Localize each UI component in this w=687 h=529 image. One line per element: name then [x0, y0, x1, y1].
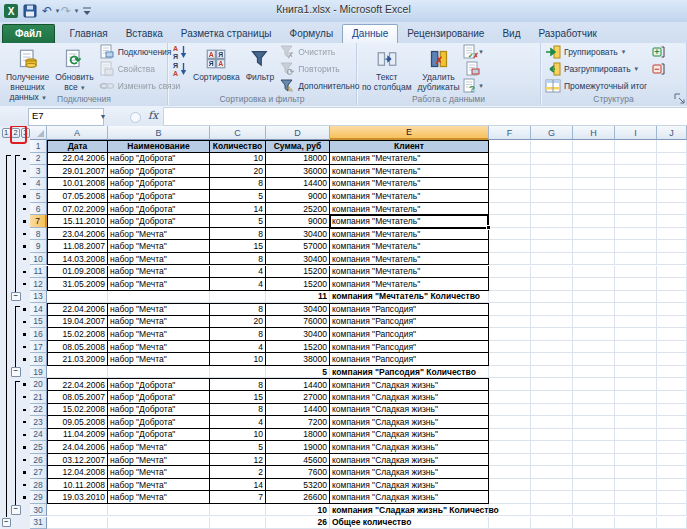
- cell-I23[interactable]: [615, 416, 657, 429]
- cell-D27[interactable]: 7600: [266, 466, 330, 479]
- cell-H25[interactable]: [573, 441, 615, 454]
- cell-A17[interactable]: 08.05.2008: [47, 341, 108, 354]
- cell-A6[interactable]: 07.02.2009: [47, 203, 108, 216]
- cell-I4[interactable]: [615, 178, 657, 191]
- cell-B5[interactable]: набор "Доброта": [108, 190, 210, 203]
- row-header-12[interactable]: 12: [30, 278, 47, 291]
- cell-B29[interactable]: набор "Мечта": [108, 491, 210, 504]
- cell-F11[interactable]: [489, 266, 531, 279]
- cell-G15[interactable]: [531, 316, 573, 329]
- cell-E31[interactable]: Общее количество: [330, 517, 489, 529]
- cell-D14[interactable]: 30400: [266, 303, 330, 316]
- cell-B9[interactable]: набор "Мечта": [108, 240, 210, 253]
- cell-H24[interactable]: [573, 429, 615, 442]
- ribbon-button-consolidate[interactable]: [463, 61, 483, 77]
- cell-E20[interactable]: компания "Сладкая жизнь": [330, 378, 489, 391]
- cell-J4[interactable]: [657, 178, 687, 191]
- cell-J13[interactable]: [657, 291, 687, 304]
- cell-A4[interactable]: 10.01.2008: [47, 178, 108, 191]
- row-header-5[interactable]: 5: [30, 190, 47, 203]
- cell-C5[interactable]: 5: [210, 190, 266, 203]
- ribbon-button-Обновить все[interactable]: ⟳Обновитьвсе ▾: [52, 44, 97, 95]
- row-header-23[interactable]: 23: [30, 416, 47, 429]
- cell-F31[interactable]: [489, 517, 531, 529]
- cell-A13[interactable]: [47, 291, 108, 304]
- cell-I24[interactable]: [615, 429, 657, 442]
- cell-I9[interactable]: [615, 240, 657, 253]
- ribbon-button-sort-ascending[interactable]: АЯ: [170, 44, 190, 60]
- cell-J24[interactable]: [657, 429, 687, 442]
- ribbon-button-Сортировка[interactable]: АЯЯАСортировка: [190, 44, 243, 85]
- cell-E24[interactable]: компания "Сладкая жизнь": [330, 429, 489, 442]
- cell-E13[interactable]: компания "Мечтатель" Количество: [330, 291, 489, 304]
- cell-J11[interactable]: [657, 266, 687, 279]
- cell-G4[interactable]: [531, 178, 573, 191]
- tab-Разработчик[interactable]: Разработчик: [530, 25, 606, 43]
- cell-G8[interactable]: [531, 228, 573, 241]
- cell-C19[interactable]: [210, 366, 266, 379]
- column-header-D[interactable]: D: [266, 126, 330, 140]
- cell-D7[interactable]: 9000: [266, 215, 330, 228]
- cell-H30[interactable]: [573, 504, 615, 517]
- cell-F10[interactable]: [489, 253, 531, 266]
- select-all-corner[interactable]: [30, 126, 47, 140]
- cell-H29[interactable]: [573, 491, 615, 504]
- cell-B15[interactable]: набор "Мечта": [108, 316, 210, 329]
- cell-J1[interactable]: [657, 140, 687, 153]
- cell-F3[interactable]: [489, 165, 531, 178]
- cell-E14[interactable]: компания "Рапсодия": [330, 303, 489, 316]
- cell-B11[interactable]: набор "Мечта": [108, 266, 210, 279]
- cell-B6[interactable]: набор "Доброта": [108, 203, 210, 216]
- cell-B24[interactable]: набор "Доброта": [108, 429, 210, 442]
- cell-C1[interactable]: Количество: [210, 140, 266, 153]
- cell-C21[interactable]: 15: [210, 391, 266, 404]
- cell-D25[interactable]: 19000: [266, 441, 330, 454]
- cell-J23[interactable]: [657, 416, 687, 429]
- cell-H27[interactable]: [573, 466, 615, 479]
- cell-I7[interactable]: [615, 215, 657, 228]
- cell-A5[interactable]: 07.05.2008: [47, 190, 108, 203]
- row-header-11[interactable]: 11: [30, 266, 47, 279]
- cell-J20[interactable]: [657, 378, 687, 391]
- cell-F24[interactable]: [489, 429, 531, 442]
- cell-I31[interactable]: [615, 517, 657, 529]
- cell-E3[interactable]: компания "Мечтатель": [330, 165, 489, 178]
- cell-F8[interactable]: [489, 228, 531, 241]
- row-header-20[interactable]: 20: [30, 378, 47, 391]
- cell-F13[interactable]: [489, 291, 531, 304]
- collapse-group-button[interactable]: −: [11, 367, 21, 377]
- cell-I14[interactable]: [615, 303, 657, 316]
- cell-J17[interactable]: [657, 341, 687, 354]
- ribbon-button-show-detail[interactable]: +: [649, 44, 669, 60]
- cell-H31[interactable]: [573, 517, 615, 529]
- cell-G22[interactable]: [531, 404, 573, 417]
- cell-H1[interactable]: [573, 140, 615, 153]
- cell-H16[interactable]: [573, 328, 615, 341]
- row-header-6[interactable]: 6: [30, 203, 47, 216]
- cell-G6[interactable]: [531, 203, 573, 216]
- cell-H3[interactable]: [573, 165, 615, 178]
- tab-Данные[interactable]: Данные: [342, 24, 398, 43]
- cell-E17[interactable]: компания "Рапсодия": [330, 341, 489, 354]
- cell-E28[interactable]: компания "Сладкая жизнь": [330, 479, 489, 492]
- cell-G13[interactable]: [531, 291, 573, 304]
- cell-C20[interactable]: 8: [210, 378, 266, 391]
- cell-D3[interactable]: 36000: [266, 165, 330, 178]
- cell-H6[interactable]: [573, 203, 615, 216]
- row-header-2[interactable]: 2: [30, 153, 47, 166]
- cell-I27[interactable]: [615, 466, 657, 479]
- cell-H17[interactable]: [573, 341, 615, 354]
- column-header-B[interactable]: B: [108, 126, 210, 140]
- name-box-dropdown-icon[interactable]: ▼: [96, 108, 110, 125]
- cell-A11[interactable]: 01.09.2008: [47, 266, 108, 279]
- cell-C11[interactable]: 4: [210, 266, 266, 279]
- cell-A26[interactable]: 03.12.2007: [47, 454, 108, 467]
- row-header-22[interactable]: 22: [30, 404, 47, 417]
- cell-I26[interactable]: [615, 454, 657, 467]
- cell-B18[interactable]: набор "Мечта": [108, 353, 210, 366]
- cell-H26[interactable]: [573, 454, 615, 467]
- cell-E23[interactable]: компания "Сладкая жизнь": [330, 416, 489, 429]
- ribbon-button-data-validation[interactable]: ✓✗▾: [463, 44, 483, 60]
- row-header-19[interactable]: 19: [30, 366, 47, 379]
- cell-I12[interactable]: [615, 278, 657, 291]
